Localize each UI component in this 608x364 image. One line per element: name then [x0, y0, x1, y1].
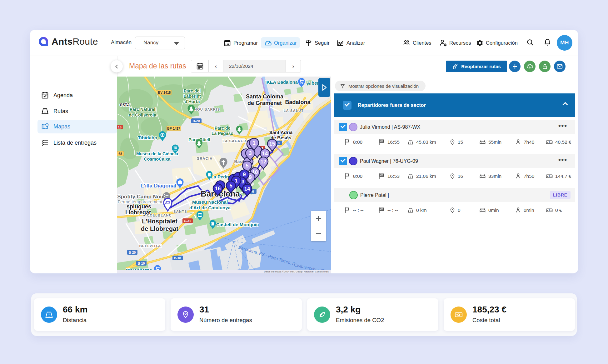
- svg-text:Fermé temporairement: Fermé temporairement: [118, 199, 162, 204]
- svg-text:LA SAGRERA: LA SAGRERA: [222, 139, 249, 143]
- svg-text:NOU BARRIS: NOU BARRIS: [194, 107, 220, 111]
- svg-text:12: 12: [261, 159, 266, 164]
- svg-text:esta: esta: [120, 102, 130, 107]
- svg-text:BP-1417: BP-1417: [167, 127, 180, 130]
- svg-text:Spotify Camp Nou: Spotify Camp Nou: [117, 194, 163, 200]
- svg-text:B-10: B-10: [138, 262, 145, 265]
- svg-text:Parc de: Parc de: [215, 126, 231, 131]
- svg-text:1: 1: [548, 209, 550, 212]
- svg-text:Laberint: Laberint: [183, 94, 201, 99]
- svg-text:Parc Natural: Parc Natural: [130, 107, 155, 112]
- svg-text:1: 1: [548, 141, 550, 144]
- svg-text:1: 1: [252, 140, 255, 146]
- svg-text:B-20: B-20: [129, 251, 136, 254]
- svg-text:B-10: B-10: [174, 256, 181, 260]
- svg-text:d'Horta: d'Horta: [185, 99, 200, 104]
- svg-text:68: 68: [118, 152, 122, 156]
- svg-text:GRÀCIA: GRÀCIA: [197, 157, 212, 160]
- svg-text:Tibidabo: Tibidabo: [138, 135, 157, 140]
- svg-text:La Pegaso: La Pegaso: [212, 131, 233, 136]
- svg-text:0: 0: [278, 141, 280, 145]
- svg-text:Museu de la Ciència: Museu de la Ciència: [136, 151, 178, 156]
- svg-text:5: 5: [229, 183, 232, 188]
- svg-text:B-20: B-20: [193, 119, 200, 123]
- svg-text:splugues: splugues: [127, 203, 151, 210]
- svg-text:de Gramenet: de Gramenet: [247, 100, 282, 106]
- svg-text:1: 1: [235, 178, 237, 183]
- svg-text:BV-1415: BV-1415: [158, 91, 171, 94]
- svg-text:L'Hospitalet: L'Hospitalet: [142, 218, 177, 225]
- svg-text:d'Art de Catalunya: d'Art de Catalunya: [189, 205, 231, 210]
- svg-text:14: 14: [262, 151, 268, 156]
- svg-text:BELLVITGE: BELLVITGE: [139, 244, 162, 248]
- svg-text:Santa Coloma: Santa Coloma: [246, 93, 284, 100]
- svg-text:SANTS: SANTS: [173, 210, 187, 213]
- svg-text:Museu Nacional: Museu Nacional: [192, 199, 228, 205]
- svg-text:Castell de Montjuïc: Castell de Montjuïc: [216, 222, 259, 227]
- svg-text:3: 3: [249, 150, 252, 156]
- svg-text:14: 14: [244, 186, 250, 192]
- svg-text:9: 9: [243, 172, 246, 177]
- svg-text:Badalona: Badalona: [285, 99, 311, 105]
- svg-text:de Llobregat: de Llobregat: [141, 225, 178, 232]
- svg-text:L'illa Diagonal: L'illa Diagonal: [141, 183, 177, 189]
- svg-text:Sant Adrià: Sant Adrià: [269, 130, 293, 135]
- svg-text:COLLBLANC: COLLBLANC: [147, 213, 172, 217]
- svg-text:CosmoCaixa: CosmoCaixa: [144, 157, 171, 162]
- svg-text:C-31: C-31: [184, 219, 191, 223]
- svg-text:5: 5: [246, 163, 248, 168]
- svg-text:16: 16: [118, 125, 122, 129]
- svg-text:La Pedre: La Pedre: [211, 174, 230, 179]
- svg-text:0: 0: [252, 190, 254, 193]
- svg-text:de Collserola: de Collserola: [129, 112, 156, 117]
- svg-text:16: 16: [215, 186, 221, 191]
- svg-text:LA SALUT: LA SALUT: [284, 109, 304, 112]
- svg-text:IKEA Badalona: IKEA Badalona: [265, 80, 298, 85]
- svg-text:1: 1: [548, 175, 550, 178]
- svg-text:Parc del: Parc del: [184, 88, 201, 93]
- svg-text:15: 15: [269, 141, 275, 147]
